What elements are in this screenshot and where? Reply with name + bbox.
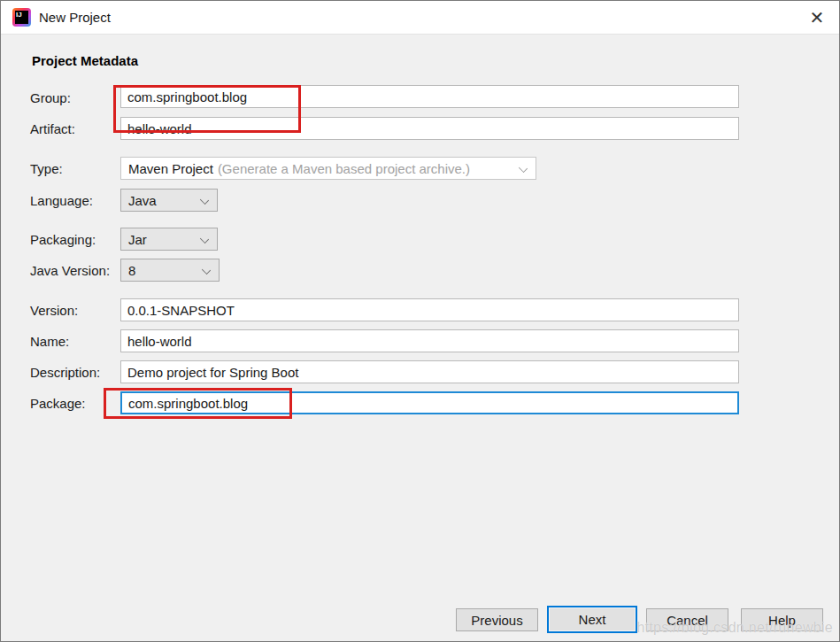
artifact-label: Artifact: <box>30 121 75 136</box>
java-version-value: 8 <box>128 263 135 278</box>
version-input[interactable] <box>120 298 739 321</box>
chevron-down-icon <box>202 266 211 275</box>
close-icon[interactable]: ✕ <box>800 1 834 35</box>
java-version-select[interactable]: 8 <box>120 259 220 282</box>
window-title: New Project <box>39 10 111 25</box>
type-value: Maven Project <box>128 161 213 176</box>
cancel-button[interactable]: Cancel <box>646 608 728 631</box>
previous-button[interactable]: Previous <box>456 608 538 631</box>
package-label: Package: <box>30 396 86 411</box>
page-title: Project Metadata <box>32 53 138 68</box>
name-input[interactable] <box>120 329 739 352</box>
package-input[interactable] <box>120 391 739 414</box>
artifact-input[interactable] <box>120 117 739 140</box>
titlebar: IJ New Project ✕ <box>1 1 839 35</box>
next-button[interactable]: Next <box>547 606 637 633</box>
chevron-down-icon <box>200 196 209 205</box>
chevron-down-icon <box>200 235 209 244</box>
language-value: Java <box>128 193 157 208</box>
language-select[interactable]: Java <box>120 189 218 212</box>
type-label: Type: <box>30 161 63 176</box>
description-input[interactable] <box>120 360 739 383</box>
version-label: Version: <box>30 303 78 318</box>
group-input[interactable] <box>120 85 739 108</box>
description-label: Description: <box>30 365 100 380</box>
type-select[interactable]: Maven Project (Generate a Maven based pr… <box>120 157 536 180</box>
language-label: Language: <box>30 193 93 208</box>
new-project-dialog: IJ New Project ✕ Project Metadata Group:… <box>0 0 840 642</box>
java-version-label: Java Version: <box>30 263 110 278</box>
type-hint: (Generate a Maven based project archive.… <box>218 161 470 176</box>
help-button[interactable]: Help <box>741 608 823 631</box>
intellij-idea-icon: IJ <box>12 8 31 27</box>
name-label: Name: <box>30 334 69 349</box>
packaging-select[interactable]: Jar <box>120 228 218 251</box>
chevron-down-icon <box>519 164 528 173</box>
packaging-label: Packaging: <box>30 232 96 247</box>
packaging-value: Jar <box>128 232 147 247</box>
group-label: Group: <box>30 90 71 105</box>
